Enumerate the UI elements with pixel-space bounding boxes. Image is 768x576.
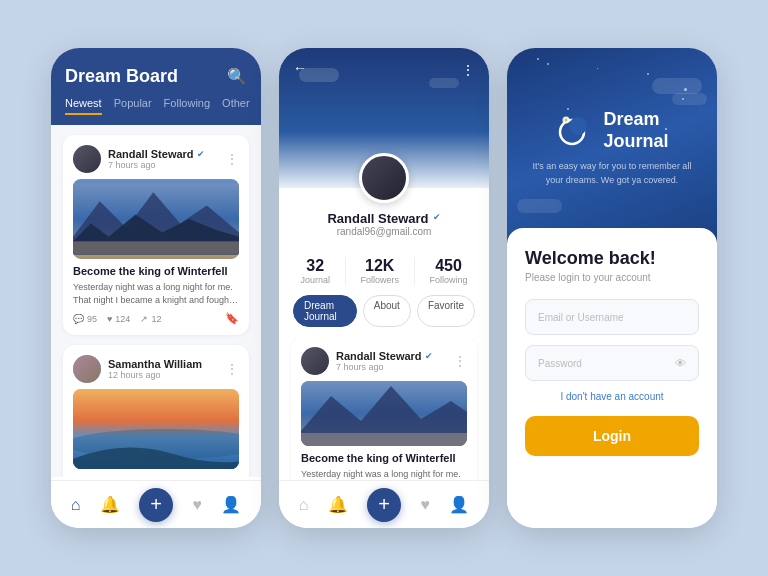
cloud-1 — [652, 78, 702, 94]
post-username-1: Randall Steward — [108, 148, 194, 160]
profile-post-user: Randall Steward ✔ 7 hours ago — [301, 347, 433, 375]
post-card-2: Samantha William 12 hours ago ⋮ — [63, 345, 249, 477]
filter-about[interactable]: About — [363, 295, 411, 327]
nav2-home[interactable]: ⌂ — [299, 496, 309, 514]
login-form: Welcome back! Please login to your accou… — [507, 228, 717, 528]
profile-menu[interactable]: ⋮ — [461, 62, 475, 78]
like-icon-1: ♥ — [107, 314, 112, 324]
verified-icon-post2: ✔ — [425, 351, 433, 361]
stat-followers: 12K Followers — [360, 257, 399, 285]
email-placeholder: Email or Username — [538, 312, 624, 323]
post-user-info-2: Samantha William 12 hours ago — [73, 355, 202, 383]
cloud-3 — [517, 199, 562, 213]
p1-body: Randall Steward ✔ 7 hours ago ⋮ — [51, 125, 261, 477]
post-menu-1[interactable]: ⋮ — [225, 151, 239, 167]
profile-post-avatar — [301, 347, 329, 375]
login-button[interactable]: Login — [525, 416, 699, 456]
post-username-2: Samantha William — [108, 358, 202, 370]
phone-login: Dream Journal It's an easy way for you t… — [507, 48, 717, 528]
filter-tabs: Dream Journal About Favorite — [279, 295, 489, 337]
no-account-link[interactable]: I don't have an account — [525, 391, 699, 402]
password-placeholder: Password — [538, 358, 582, 369]
nav2-bell[interactable]: 🔔 — [328, 495, 348, 514]
post-image-1 — [73, 179, 239, 259]
avatar-samantha — [73, 355, 101, 383]
search-icon[interactable]: 🔍 — [227, 67, 247, 86]
phone-dream-board: Dream Board 🔍 Newest Popular Following O… — [51, 48, 261, 528]
post-time-1: 7 hours ago — [108, 160, 205, 170]
post-user-meta-1: Randall Steward ✔ 7 hours ago — [108, 148, 205, 170]
verified-icon-profile: ✔ — [433, 212, 441, 222]
nav2-heart[interactable]: ♥ — [420, 496, 430, 514]
comment-icon-1: 💬 — [73, 314, 84, 324]
cloud-2 — [672, 93, 707, 105]
tab-newest[interactable]: Newest — [65, 97, 102, 115]
svg-rect-3 — [73, 241, 239, 254]
profile-name: Randall Steward — [327, 211, 428, 226]
filter-dream-journal[interactable]: Dream Journal — [293, 295, 357, 327]
post-comments-1: 💬 95 — [73, 314, 97, 324]
post-menu-2[interactable]: ⋮ — [225, 361, 239, 377]
svg-rect-8 — [301, 433, 467, 446]
nav-home[interactable]: ⌂ — [71, 496, 81, 514]
stat-journal: 32 Journal — [300, 257, 330, 285]
app-name-login: Dream Journal — [603, 109, 668, 152]
email-field[interactable]: Email or Username — [525, 299, 699, 335]
tab-popular[interactable]: Popular — [114, 97, 152, 115]
profile-post-time: 7 hours ago — [336, 362, 433, 372]
post-user-info-1: Randall Steward ✔ 7 hours ago — [73, 145, 205, 173]
tab-other[interactable]: Other — [222, 97, 250, 115]
tabs-bar: Newest Popular Following Other — [65, 97, 247, 115]
post-shares-1: ↗ 12 — [140, 314, 161, 324]
post-likes-1: ♥ 124 — [107, 314, 130, 324]
profile-post-menu[interactable]: ⋮ — [453, 353, 467, 369]
svg-point-10 — [569, 117, 587, 135]
fab-button[interactable]: + — [139, 488, 173, 522]
nav-heart[interactable]: ♥ — [192, 496, 202, 514]
nav-profile[interactable]: 👤 — [221, 495, 241, 514]
phone-profile: ← ⋮ Randall Steward ✔ randal96@gmail.com… — [279, 48, 489, 528]
bottom-nav-2: ⌂ 🔔 + ♥ 👤 — [279, 480, 489, 528]
share-icon-1: ↗ — [140, 314, 148, 324]
svg-point-12 — [565, 118, 568, 121]
nav2-profile[interactable]: 👤 — [449, 495, 469, 514]
post-actions-1: 💬 95 ♥ 124 ↗ 12 🔖 — [73, 312, 239, 325]
profile-avatar — [359, 153, 409, 203]
bottom-nav-1: ⌂ 🔔 + ♥ 👤 — [51, 480, 261, 528]
moon-icon — [555, 111, 595, 151]
app-title: Dream Board — [65, 66, 178, 87]
welcome-heading: Welcome back! — [525, 248, 699, 269]
avatar-randall — [73, 145, 101, 173]
nav-bell[interactable]: 🔔 — [100, 495, 120, 514]
p1-header: Dream Board 🔍 Newest Popular Following O… — [51, 48, 261, 125]
bookmark-icon-1[interactable]: 🔖 — [225, 312, 239, 325]
stat-following: 450 Following — [430, 257, 468, 285]
profile-stats: 32 Journal 12K Followers 450 Following — [279, 247, 489, 295]
login-header-bg: Dream Journal It's an easy way for you t… — [507, 48, 717, 248]
post-title-1: Become the king of Winterfell — [73, 265, 239, 277]
stat-divider-1 — [345, 257, 346, 285]
password-field[interactable]: Password 👁 — [525, 345, 699, 381]
post-time-2: 12 hours ago — [108, 370, 202, 380]
filter-favorite[interactable]: Favorite — [417, 295, 475, 327]
post-excerpt-1: Yesterday night was a long night for me.… — [73, 281, 239, 306]
login-subtitle: Please login to your account — [525, 272, 699, 283]
tab-following[interactable]: Following — [164, 97, 210, 115]
login-tagline: It's an easy way for you to remember all… — [532, 160, 692, 187]
post-user-meta-2: Samantha William 12 hours ago — [108, 358, 202, 380]
stat-divider-2 — [414, 257, 415, 285]
login-logo: Dream Journal — [555, 109, 668, 152]
verified-icon-1: ✔ — [197, 149, 205, 159]
profile-post-username: Randall Steward — [336, 350, 422, 362]
fab-button-2[interactable]: + — [367, 488, 401, 522]
post-image-2 — [73, 389, 239, 469]
post-card-1: Randall Steward ✔ 7 hours ago ⋮ — [63, 135, 249, 335]
profile-post-title: Become the king of Winterfell — [301, 452, 467, 464]
profile-info: Randall Steward ✔ randal96@gmail.com — [279, 153, 489, 237]
profile-post-image — [301, 381, 467, 446]
eye-icon[interactable]: 👁 — [675, 357, 686, 369]
profile-email: randal96@gmail.com — [337, 226, 432, 237]
